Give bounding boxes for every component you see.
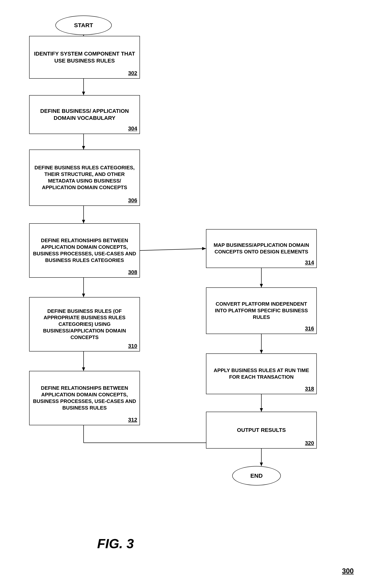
svg-marker-16 (260, 350, 263, 353)
box-314: MAP BUSINESS/APPLICATION DOMAIN CONCEPTS… (206, 229, 317, 268)
svg-marker-10 (82, 367, 85, 371)
box-312: DEFINE RELATIONSHIPS BETWEEN APPLICATION… (29, 371, 140, 425)
box-304-text: DEFINE BUSINESS/ APPLICATION DOMAIN VOCA… (33, 108, 136, 122)
svg-marker-2 (82, 92, 85, 95)
svg-marker-12 (202, 247, 206, 250)
box-316-ref: 316 (305, 325, 314, 332)
box-318-ref: 318 (305, 385, 314, 392)
svg-marker-8 (82, 294, 85, 297)
box-302-ref: 302 (128, 70, 137, 77)
box-302-text: IDENTIFY SYSTEM COMPONENT THAT USE BUSIN… (33, 50, 136, 65)
box-314-ref: 314 (305, 259, 314, 266)
box-304: DEFINE BUSINESS/ APPLICATION DOMAIN VOCA… (29, 95, 140, 134)
figure-reference: 300 (342, 567, 354, 575)
box-314-text: MAP BUSINESS/APPLICATION DOMAIN CONCEPTS… (210, 242, 313, 255)
box-318-text: APPLY BUSINESS RULES AT RUN TIME FOR EAC… (210, 367, 313, 380)
box-306: DEFINE BUSINESS RULES CATEGORIES, THEIR … (29, 149, 140, 206)
box-308-text: DEFINE RELATIONSHIPS BETWEEN APPLICATION… (33, 237, 136, 263)
box-302: IDENTIFY SYSTEM COMPONENT THAT USE BUSIN… (29, 36, 140, 79)
box-306-text: DEFINE BUSINESS RULES CATEGORIES, THEIR … (33, 164, 136, 191)
box-308-ref: 308 (128, 269, 137, 276)
svg-marker-6 (82, 220, 85, 223)
box-318: APPLY BUSINESS RULES AT RUN TIME FOR EAC… (206, 353, 317, 394)
box-310: DEFINE BUSINESS RULES (OF APPROPRIATE BU… (29, 297, 140, 351)
box-320-text: OUTPUT RESULTS (237, 427, 286, 434)
svg-marker-4 (82, 146, 85, 149)
box-320: OUTPUT RESULTS 320 (206, 412, 317, 449)
box-316: CONVERT PLATFORM INDEPENDENT INTO PLATFO… (206, 287, 317, 334)
box-312-text: DEFINE RELATIONSHIPS BETWEEN APPLICATION… (33, 385, 136, 411)
connector-lines (0, 0, 377, 588)
svg-line-11 (140, 249, 206, 250)
box-320-ref: 320 (305, 440, 314, 447)
box-304-ref: 304 (128, 125, 137, 132)
figure-label: FIG. 3 (97, 536, 134, 551)
box-310-ref: 310 (128, 342, 137, 350)
svg-marker-20 (260, 463, 263, 466)
end-label: END (250, 473, 262, 479)
box-316-text: CONVERT PLATFORM INDEPENDENT INTO PLATFO… (210, 301, 313, 320)
box-306-ref: 306 (128, 197, 137, 204)
start-label: START (74, 22, 93, 29)
start-oval: START (55, 16, 112, 35)
end-oval: END (232, 466, 281, 486)
flowchart-diagram: START IDENTIFY SYSTEM COMPONENT THAT USE… (0, 0, 377, 588)
svg-marker-18 (260, 408, 263, 412)
box-308: DEFINE RELATIONSHIPS BETWEEN APPLICATION… (29, 223, 140, 278)
box-310-text: DEFINE BUSINESS RULES (OF APPROPRIATE BU… (33, 308, 136, 341)
svg-marker-14 (260, 284, 263, 287)
box-312-ref: 312 (128, 416, 137, 423)
